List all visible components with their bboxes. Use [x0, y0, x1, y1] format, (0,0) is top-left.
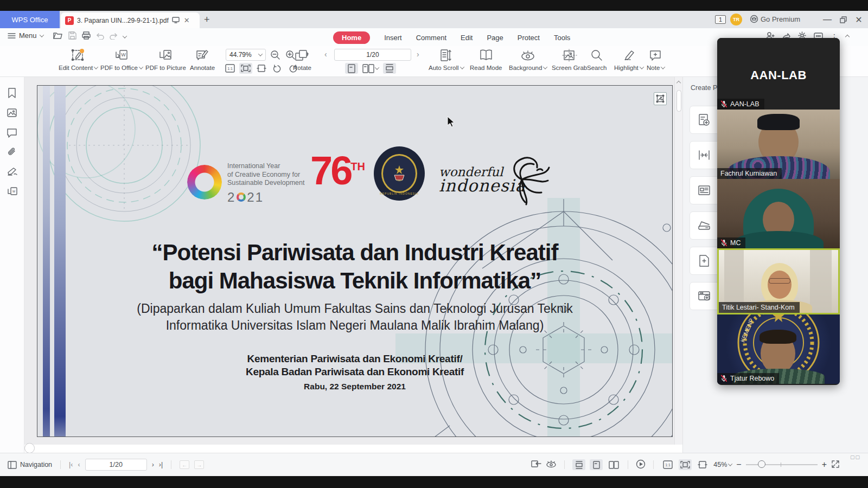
tab-tools[interactable]: Tools	[554, 34, 570, 42]
redo-icon[interactable]	[110, 32, 118, 42]
previous-page-button[interactable]: ‹	[78, 461, 80, 468]
participant-tile-fachrul[interactable]: Fachrul Kurniawan	[717, 110, 840, 179]
slide-subtitle-line1: (Dipaparkan dalam Kuliah Umum Fakultas S…	[37, 301, 672, 316]
background-eye-icon[interactable]	[546, 460, 557, 470]
close-tab-icon[interactable]: ✕	[184, 16, 190, 24]
status-actual-size-button[interactable]: 1:1	[661, 459, 674, 470]
participant-tile-mc[interactable]: MC	[717, 179, 840, 248]
extract-image-button[interactable]	[654, 92, 667, 105]
comments-panel-icon[interactable]	[7, 129, 17, 140]
scroll-up-arrow[interactable]	[676, 81, 681, 85]
window-manager-button[interactable]: 1	[715, 15, 726, 24]
zoom-level-select[interactable]: 44.79%	[226, 49, 266, 61]
single-page-view-button[interactable]	[345, 63, 358, 74]
fit-page-button[interactable]	[239, 63, 252, 74]
vertical-scrollbar[interactable]	[674, 77, 682, 445]
go-premium-button[interactable]: Go Premium	[750, 15, 800, 23]
continuous-view-button[interactable]	[383, 63, 396, 74]
pdf-to-picture-button[interactable]: PDF to Picture	[145, 49, 186, 71]
horizontal-scrollbar-handle[interactable]	[24, 443, 35, 453]
status-page-indicator[interactable]: 1/20	[85, 459, 147, 471]
screen-grab-button[interactable]: Screen Grab	[552, 49, 587, 71]
document-tab[interactable]: P 3. Paparan UIN...29-9-21-1).pdf ✕	[61, 12, 200, 28]
zoom-minus-button[interactable]: −	[736, 460, 741, 470]
status-single-page-view[interactable]	[590, 459, 603, 470]
participant-tile-aan-lab[interactable]: AAN-LAB AAN-LAB	[717, 38, 840, 110]
zoom-slider[interactable]	[746, 464, 818, 465]
menu-button[interactable]: Menu	[8, 31, 43, 40]
vertical-scrollbar-thumb[interactable]	[676, 90, 681, 112]
rotate-left-icon[interactable]	[271, 63, 284, 74]
close-window-button[interactable]: ✕	[853, 14, 865, 25]
tab-insert[interactable]: Insert	[384, 34, 402, 42]
participant-tile-tjatur[interactable]: KEMENP Tjatur Rebowo	[717, 314, 840, 384]
attachments-panel-icon[interactable]	[7, 147, 17, 159]
edit-content-button[interactable]: Edit Content	[59, 49, 98, 71]
tab-page[interactable]: Page	[487, 34, 503, 42]
background-button[interactable]: Background	[509, 49, 547, 71]
restore-button[interactable]	[837, 14, 849, 25]
first-page-button[interactable]: |‹	[69, 461, 73, 468]
open-file-icon[interactable]	[53, 31, 63, 42]
pin-to-desktop-icon[interactable]	[172, 16, 180, 25]
undo-icon[interactable]	[96, 32, 104, 42]
next-page-button[interactable]: ›	[152, 461, 154, 468]
status-bar: Navigation |‹ ‹ 1/20 › ›| ← → 1:1	[0, 453, 868, 476]
two-page-view-button[interactable]	[361, 63, 380, 74]
read-mode-button[interactable]: Read Mode	[470, 49, 502, 71]
participant-name: Fachrul Kurniawan	[720, 170, 777, 177]
search-button[interactable]: Search	[587, 49, 607, 71]
fit-width-button[interactable]	[255, 63, 268, 74]
fullscreen-icon[interactable]	[831, 460, 840, 470]
new-tab-button[interactable]: +	[204, 14, 210, 25]
zoom-slider-knob[interactable]	[758, 460, 765, 468]
print-icon[interactable]	[82, 31, 91, 42]
status-fit-width-button[interactable]	[696, 459, 709, 470]
status-fit-page-button[interactable]	[679, 459, 692, 470]
meeting-panel[interactable]: AAN-LAB AAN-LAB Fachrul Kurniawan MC	[717, 38, 840, 385]
next-page-arrow[interactable]: ›	[417, 50, 419, 59]
document-canvas[interactable]: International Year of Creative Economy f…	[24, 77, 682, 445]
bookmarks-panel-icon[interactable]	[7, 88, 17, 101]
save-icon[interactable]	[68, 31, 76, 42]
status-continuous-view[interactable]	[572, 459, 585, 470]
room-title: AAN-LAB	[717, 68, 840, 82]
highlight-button[interactable]: Highlight	[614, 49, 643, 71]
slideshow-play-icon[interactable]	[636, 459, 646, 471]
rotate-pages-button[interactable]: Rotate	[293, 49, 311, 71]
view-history-back[interactable]: ←	[180, 460, 189, 469]
auto-scroll-button[interactable]: Auto Scroll	[429, 49, 464, 71]
export-pdf-panel-icon[interactable]: w	[7, 187, 17, 198]
one-to-one-label: 1:1	[665, 463, 671, 467]
quickbar-more-icon[interactable]	[123, 34, 127, 38]
annotate-button[interactable]: Annotate	[190, 49, 215, 71]
account-avatar[interactable]: TR	[730, 14, 742, 25]
slide-org-line1: Kementerian Pariwisata dan Ekonomi Kreat…	[37, 353, 672, 365]
previous-page-arrow[interactable]: ‹	[324, 50, 327, 59]
last-page-button[interactable]: ›|	[159, 461, 163, 468]
tab-protect[interactable]: Protect	[518, 34, 540, 42]
tab-comment[interactable]: Comment	[416, 34, 446, 42]
hamburger-icon	[8, 33, 16, 39]
view-history-forward[interactable]: →	[194, 460, 204, 469]
navigation-toggle[interactable]: Navigation	[8, 461, 52, 469]
tab-home[interactable]: Home	[333, 31, 370, 44]
note-button[interactable]: Note	[647, 49, 665, 71]
minimize-button[interactable]: —	[821, 14, 833, 25]
tab-edit[interactable]: Edit	[461, 34, 473, 42]
thumbnails-panel-icon[interactable]	[7, 108, 17, 120]
wps-office-home-tab[interactable]: WPS Office	[0, 11, 60, 28]
svg-text:w: w	[12, 189, 16, 193]
actual-size-button[interactable]: 1:1	[224, 63, 237, 74]
hand-tool-icon[interactable]	[531, 459, 541, 470]
status-zoom-select[interactable]: 45%	[713, 461, 732, 468]
zoom-out-icon[interactable]	[270, 50, 281, 63]
participant-tile-titik[interactable]: Titik Lestari- Stand-Kom	[717, 248, 840, 314]
zoom-plus-button[interactable]: +	[822, 460, 827, 470]
pdf-to-office-button[interactable]: W PDF to Office	[100, 49, 143, 71]
gallery-grid-icon[interactable]: ▢▢	[850, 454, 860, 460]
page-number-input[interactable]: 1/20	[334, 49, 411, 61]
collapse-ribbon-icon[interactable]	[845, 34, 850, 38]
signature-panel-icon[interactable]	[7, 167, 17, 178]
status-two-page-view[interactable]	[607, 459, 620, 470]
